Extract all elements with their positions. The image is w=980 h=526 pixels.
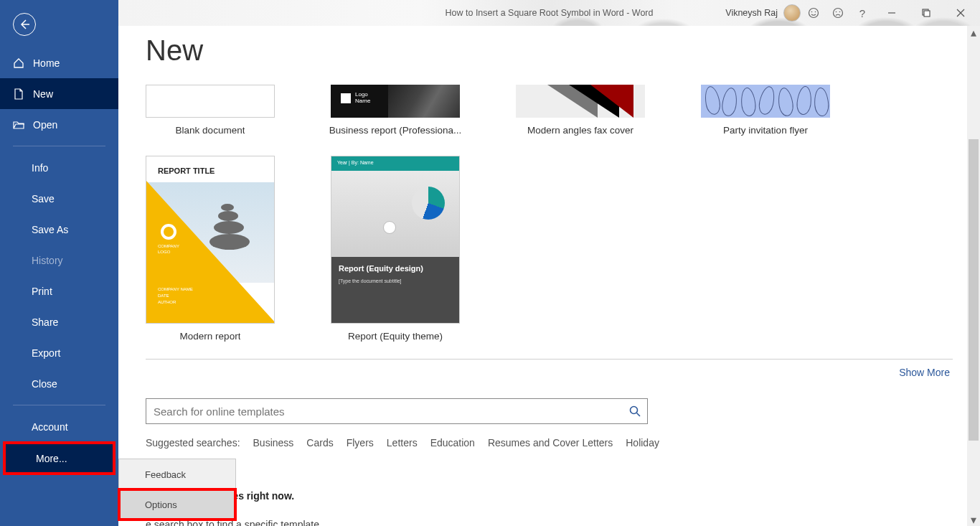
scroll-down-button[interactable]: ▾ [967, 513, 980, 526]
scroll-thumb[interactable] [969, 139, 979, 441]
back-button[interactable] [13, 13, 36, 36]
sidebar-item-home[interactable]: Home [0, 47, 118, 78]
template-scroll-area: Blank document LogoName Business report … [146, 85, 953, 526]
show-more-link[interactable]: Show More [146, 367, 953, 378]
close-button[interactable] [944, 1, 977, 24]
sidebar-item-new[interactable]: New [0, 78, 118, 109]
page-title: New [146, 34, 967, 67]
sidebar-separator [13, 405, 105, 405]
search-input[interactable] [146, 405, 623, 418]
svg-point-2 [815, 11, 816, 13]
no-templates-heading: any Office templates right now. [146, 490, 953, 502]
sidebar-item-more[interactable]: More... [4, 443, 114, 474]
template-report-equity[interactable]: Year | By: Name Report (Equity design) [… [331, 156, 460, 342]
suggested-link[interactable]: Letters [387, 437, 418, 448]
sidebar-label: Open [33, 119, 57, 131]
divider [146, 359, 953, 360]
suggested-link[interactable]: Holiday [626, 437, 659, 448]
feedback-frown-icon[interactable] [826, 1, 849, 24]
minimize-button[interactable] [875, 1, 908, 24]
svg-rect-8 [924, 11, 930, 17]
maximize-button[interactable] [910, 1, 943, 24]
scroll-up-button[interactable]: ▴ [967, 26, 980, 39]
help-icon[interactable]: ? [851, 1, 874, 24]
open-folder-icon [13, 119, 24, 131]
suggested-link[interactable]: Business [253, 437, 294, 448]
scroll-track[interactable] [967, 39, 980, 513]
sidebar-item-saveas[interactable]: Save As [0, 214, 118, 245]
svg-point-0 [809, 9, 819, 18]
titlebar: How to Insert a Square Root Symbol in Wo… [118, 0, 980, 26]
back-arrow-icon [19, 19, 30, 30]
sidebar-item-open[interactable]: Open [0, 109, 118, 140]
template-row-1: Blank document LogoName Business report … [146, 85, 953, 136]
user-name[interactable]: Vikneysh Raj [725, 8, 778, 18]
sidebar-item-print[interactable]: Print [0, 276, 118, 306]
suggested-link[interactable]: Resumes and Cover Letters [488, 437, 613, 448]
sidebar-separator [13, 146, 105, 146]
template-modern-report[interactable]: REPORT TITLE COMPANYLOGO COMPANY NAMEDAT… [146, 156, 275, 342]
new-doc-icon [13, 88, 24, 100]
svg-point-4 [836, 11, 837, 13]
svg-point-11 [631, 407, 638, 414]
sidebar-label: New [33, 88, 53, 100]
template-thumb [516, 85, 645, 118]
template-blank[interactable]: Blank document [146, 85, 275, 136]
suggested-link[interactable]: Flyers [347, 437, 374, 448]
flyout-item-feedback[interactable]: Feedback [119, 459, 235, 489]
sidebar-item-save[interactable]: Save [0, 183, 118, 214]
window-title: How to Insert a Square Root Symbol in Wo… [446, 8, 654, 18]
template-thumb: LogoName [331, 85, 460, 118]
sidebar-item-account[interactable]: Account [0, 411, 118, 442]
svg-line-12 [637, 413, 641, 417]
search-button[interactable] [623, 399, 647, 423]
sidebar-item-export[interactable]: Export [0, 337, 118, 368]
suggested-searches: Suggested searches: Business Cards Flyer… [146, 437, 953, 448]
template-party-invitation[interactable]: Party invitation flyer [701, 85, 830, 136]
more-flyout: Feedback Options [118, 459, 236, 520]
template-search [146, 398, 648, 424]
avatar[interactable] [783, 4, 801, 22]
suggested-label: Suggested searches: [146, 437, 240, 448]
flyout-item-options[interactable]: Options [119, 489, 235, 520]
vertical-scrollbar[interactable]: ▴ ▾ [967, 26, 980, 526]
search-icon [629, 405, 641, 417]
template-row-2: REPORT TITLE COMPANYLOGO COMPANY NAMEDAT… [146, 156, 953, 342]
svg-point-3 [834, 9, 843, 18]
template-thumb [146, 85, 275, 118]
suggested-link[interactable]: Cards [306, 437, 333, 448]
sidebar-item-close[interactable]: Close [0, 368, 118, 399]
svg-point-5 [839, 11, 841, 13]
sidebar-item-history: History [0, 245, 118, 276]
main-area: New Blank document LogoName Business rep… [118, 26, 967, 526]
home-icon [13, 57, 24, 69]
sidebar-label: Home [33, 57, 60, 69]
sidebar-item-share[interactable]: Share [0, 306, 118, 337]
template-thumb [701, 85, 830, 118]
template-modern-angles-fax[interactable]: Modern angles fax cover [516, 85, 645, 136]
svg-point-1 [811, 11, 813, 13]
backstage-sidebar: Home New Open Info Save Save As History … [0, 0, 118, 526]
feedback-smile-icon[interactable] [802, 1, 825, 24]
sidebar-item-info[interactable]: Info [0, 152, 118, 183]
template-thumb: REPORT TITLE COMPANYLOGO COMPANY NAMEDAT… [146, 156, 275, 324]
suggested-link[interactable]: Education [430, 437, 475, 448]
template-thumb: Year | By: Name Report (Equity design) [… [331, 156, 460, 324]
template-business-report[interactable]: LogoName Business report (Professiona... [331, 85, 460, 136]
no-templates-sub: e search box to find a specific template… [146, 519, 953, 526]
